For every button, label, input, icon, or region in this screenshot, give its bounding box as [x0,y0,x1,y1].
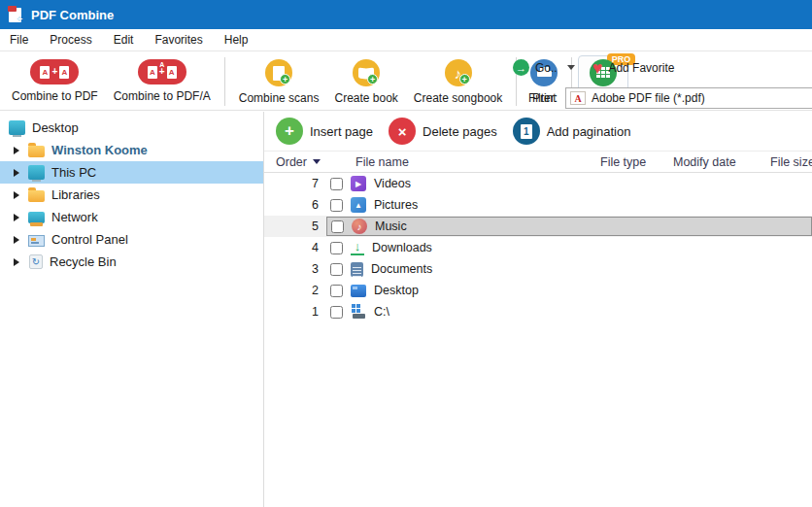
row-checkbox[interactable] [330,263,343,276]
row-checkbox[interactable] [330,285,343,297]
titlebar[interactable]: + PDF Combine [0,0,812,29]
combine-pdfa-icon: A A + A [138,59,186,84]
pdf-combine-window: { "window": { "title": "PDF Combine" }, … [0,0,812,507]
sort-desc-icon [313,159,321,164]
create-songbook-icon: ♪+ [445,59,472,86]
expand-arrow-icon[interactable] [14,258,19,266]
menu-edit[interactable]: Edit [114,30,146,50]
sidebar-item-control-panel[interactable]: Control Panel [0,228,263,251]
insert-page-button[interactable]: + Insert page [276,118,373,145]
recycle-bin-icon: ↻ [29,254,43,269]
row-checkbox[interactable] [330,178,343,190]
page-actionbar: + Insert page × Delete pages 1 Add pagin… [264,112,812,151]
folder-tree: Desktop Winston Koome This PC Libraries … [0,112,264,507]
drive-icon [351,304,366,320]
sidebar-item-recycle-bin[interactable]: ↻ Recycle Bin [0,251,263,273]
filter-label: Filter: [528,91,558,105]
go-icon: → [513,59,529,76]
desktop-icon [9,120,25,135]
folder-icon [28,190,45,202]
delete-pages-button[interactable]: × Delete pages [389,118,497,145]
row-checkbox[interactable] [330,242,343,254]
combine-scans-icon: + [265,59,292,86]
table-row-desktop[interactable]: 2 Desktop [264,280,812,301]
column-modify-date[interactable]: Modify date [673,155,770,169]
file-panel: + Insert page × Delete pages 1 Add pagin… [264,112,812,507]
add-pagination-icon: 1 [513,118,540,145]
sidebar-item-this-pc[interactable]: This PC [0,161,263,184]
table-row-pictures[interactable]: 6 ▲ Pictures [264,194,812,216]
sidebar-item-winston-koome[interactable]: Winston Koome [0,139,263,161]
heart-icon: ♥ [592,60,603,76]
downloads-icon: ↓ [351,241,364,255]
folder-icon [28,146,45,157]
expand-arrow-icon[interactable] [14,169,19,177]
table-row-c-drive[interactable]: 1 C:\ [264,301,812,322]
insert-page-icon: + [276,118,303,145]
combine-scans-label: Combine scans [239,91,320,105]
documents-icon [351,262,363,277]
combine-to-pdfa-label: Combine to PDF/A [114,89,211,103]
create-songbook-label: Create songbook [414,91,502,105]
window-title: PDF Combine [31,8,114,22]
table-row-music[interactable]: 5 ♪ Music [264,216,812,237]
table-header: Order File name File type Modify date Fi… [264,151,812,173]
create-book-label: Create book [334,91,397,105]
combine-to-pdf-button[interactable]: A + A Combine to PDF [4,55,106,108]
desktop-icon [351,285,366,297]
menu-help[interactable]: Help [224,30,260,50]
pictures-icon: ▲ [351,197,366,213]
sidebar-item-network[interactable]: Network [0,206,263,228]
combine-pdf-icon: A + A [30,59,79,84]
music-icon: ♪ [352,219,367,234]
combine-scans-button[interactable]: + Combine scans [231,55,327,108]
create-book-button[interactable]: + Create book [326,55,405,108]
row-checkbox[interactable] [330,199,343,212]
adobe-pdf-icon: A [570,91,586,105]
create-songbook-button[interactable]: ♪+ Create songbook [406,55,510,108]
row-checkbox[interactable] [330,306,343,319]
column-file-name[interactable]: File name [326,155,600,169]
videos-icon: ▶ [351,176,366,191]
menubar: File Process Edit Favorites Help [0,29,812,51]
add-favorite-button[interactable]: Add Favorite [608,61,674,75]
toolbar-separator [224,57,225,106]
create-book-icon: + [353,59,380,86]
menu-favorites[interactable]: Favorites [154,30,214,50]
table-row-documents[interactable]: 3 Documents [264,258,812,280]
chevron-down-icon[interactable] [567,65,575,70]
menu-process[interactable]: Process [50,30,103,50]
column-file-size[interactable]: File size [770,155,812,169]
row-checkbox[interactable] [331,220,344,233]
table-row-downloads[interactable]: 4 ↓ Downloads [264,237,812,258]
network-icon [28,212,45,223]
expand-arrow-icon[interactable] [14,236,19,244]
combine-to-pdf-label: Combine to PDF [12,89,98,103]
sidebar-item-libraries[interactable]: Libraries [0,184,263,206]
toolbar: A + A Combine to PDF A A + A Combine to … [0,51,812,111]
filter-value: Adobe PDF file (*.pdf) [592,91,705,105]
go-button[interactable]: Go.. [535,61,558,75]
app-icon: + [8,6,24,23]
expand-arrow-icon[interactable] [14,214,19,221]
computer-icon [28,165,45,180]
table-row-videos[interactable]: 7 ▶ Videos [264,173,812,194]
delete-pages-icon: × [389,118,416,145]
column-file-type[interactable]: File type [600,155,673,169]
expand-arrow-icon[interactable] [14,191,19,199]
column-order[interactable]: Order [264,155,326,169]
control-panel-icon [28,235,45,247]
expand-arrow-icon[interactable] [14,147,19,154]
filter-select[interactable]: A Adobe PDF file (*.pdf) [565,87,812,109]
menu-file[interactable]: File [10,30,40,50]
add-pagination-button[interactable]: 1 Add pagination [513,118,631,145]
sidebar-item-desktop[interactable]: Desktop [0,117,263,139]
combine-to-pdfa-button[interactable]: A A + A Combine to PDF/A [106,55,219,108]
main-area: Desktop Winston Koome This PC Libraries … [0,112,812,507]
